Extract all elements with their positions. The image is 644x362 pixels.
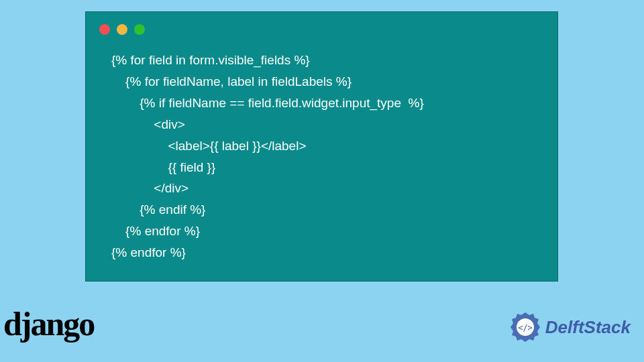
close-icon xyxy=(99,24,110,35)
code-block: {% for field in form.visible_fields %} {… xyxy=(86,44,557,277)
maximize-icon xyxy=(134,24,145,35)
delftstack-text: DelftStack xyxy=(545,317,631,338)
minimize-icon xyxy=(117,24,127,35)
django-logo: django xyxy=(3,304,94,343)
window-controls xyxy=(86,12,557,44)
delftstack-logo: </> DelftStack xyxy=(509,311,631,343)
code-window: {% for field in form.visible_fields %} {… xyxy=(85,11,558,282)
delftstack-icon: </> xyxy=(509,311,541,343)
svg-text:</>: </> xyxy=(518,323,533,333)
